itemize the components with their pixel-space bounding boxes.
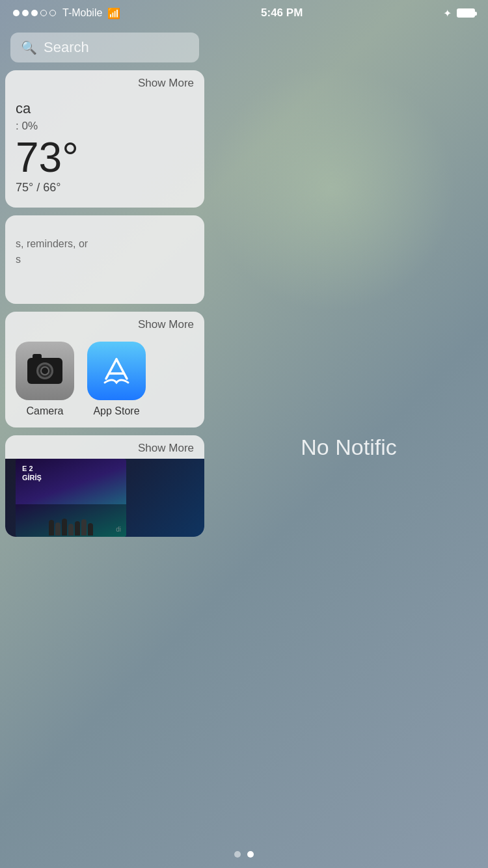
news-widget: E 2GİRİŞ di bbox=[5, 459, 204, 537]
search-bar[interactable]: 🔍 Search bbox=[10, 33, 199, 62]
status-time: 5:46 PM bbox=[261, 7, 303, 20]
search-input-placeholder[interactable]: Search bbox=[44, 39, 89, 56]
weather-precipitation: : 0% bbox=[16, 120, 194, 133]
app-item-camera[interactable]: Camera bbox=[16, 342, 74, 417]
camera-lens-inner bbox=[40, 366, 49, 375]
weather-temperature: 73° bbox=[16, 137, 194, 178]
news-widget-card: Show More E 2GİRİŞ di bbox=[5, 435, 204, 537]
calendar-widget: s, reminders, or s bbox=[5, 226, 204, 304]
camera-lens bbox=[36, 362, 53, 379]
bluetooth-icon: ✦ bbox=[443, 7, 452, 20]
appstore-app-icon[interactable] bbox=[87, 342, 146, 400]
weather-range: 75° / 66° bbox=[16, 181, 194, 195]
page-dot-1[interactable] bbox=[234, 851, 241, 858]
wifi-icon: 📶 bbox=[107, 7, 120, 20]
news-image: E 2GİRİŞ di bbox=[5, 459, 204, 537]
weather-widget: ca : 0% 73° 75° / 66° bbox=[5, 94, 204, 208]
appstore-app-label: App Store bbox=[93, 405, 139, 417]
signal-dots bbox=[13, 10, 56, 16]
widget2-show-more-row bbox=[5, 215, 204, 226]
calendar-text-1: s, reminders, or bbox=[16, 236, 194, 252]
signal-dot-4 bbox=[40, 10, 47, 16]
apps-widget-card: Show More Camera bbox=[5, 312, 204, 427]
app-item-appstore[interactable]: App Store bbox=[87, 342, 146, 417]
crowd-silhouette bbox=[16, 504, 126, 537]
svg-line-0 bbox=[106, 359, 116, 379]
signal-dot-2 bbox=[22, 10, 29, 16]
camera-app-label: Camera bbox=[27, 405, 64, 417]
signal-dot-5 bbox=[49, 10, 56, 16]
calendar-text-2: s bbox=[16, 252, 194, 267]
carrier-label: T-Mobile bbox=[62, 7, 102, 19]
news-image-label: E 2GİRİŞ bbox=[22, 464, 42, 483]
widget1-show-more-row: Show More bbox=[5, 70, 204, 94]
camera-bump bbox=[33, 354, 42, 359]
svg-line-1 bbox=[116, 359, 127, 379]
appstore-logo-svg bbox=[100, 354, 133, 388]
widget1-show-more-button[interactable]: Show More bbox=[138, 77, 194, 90]
camera-body bbox=[27, 358, 62, 384]
widget4-show-more-button[interactable]: Show More bbox=[138, 442, 194, 455]
widget3-show-more-row: Show More bbox=[5, 312, 204, 335]
news-image-inner: E 2GİRİŞ di bbox=[16, 459, 126, 537]
page-dot-2[interactable] bbox=[247, 851, 254, 858]
weather-widget-card: Show More ca : 0% 73° 75° / 66° bbox=[5, 70, 204, 208]
left-panel: 🔍 Search Show More ca : 0% 73° 75° / 66°… bbox=[0, 0, 210, 868]
weather-location: ca bbox=[16, 100, 194, 117]
no-notifications-text: No Notific bbox=[301, 435, 396, 460]
signal-dot-3 bbox=[31, 10, 38, 16]
widget3-show-more-button[interactable]: Show More bbox=[138, 318, 194, 331]
battery-icon bbox=[457, 8, 475, 18]
widget4-show-more-row: Show More bbox=[5, 435, 204, 459]
apps-widget: Camera bbox=[5, 335, 204, 427]
page-dots bbox=[0, 851, 488, 858]
calendar-widget-card: s, reminders, or s bbox=[5, 215, 204, 304]
status-left: T-Mobile 📶 bbox=[13, 7, 120, 20]
status-bar: T-Mobile 📶 5:46 PM ✦ bbox=[0, 0, 488, 26]
signal-dot-1 bbox=[13, 10, 20, 16]
camera-app-icon[interactable] bbox=[16, 342, 74, 400]
search-icon: 🔍 bbox=[21, 40, 37, 55]
right-panel: No Notific bbox=[210, 0, 488, 868]
status-right: ✦ bbox=[443, 7, 475, 20]
